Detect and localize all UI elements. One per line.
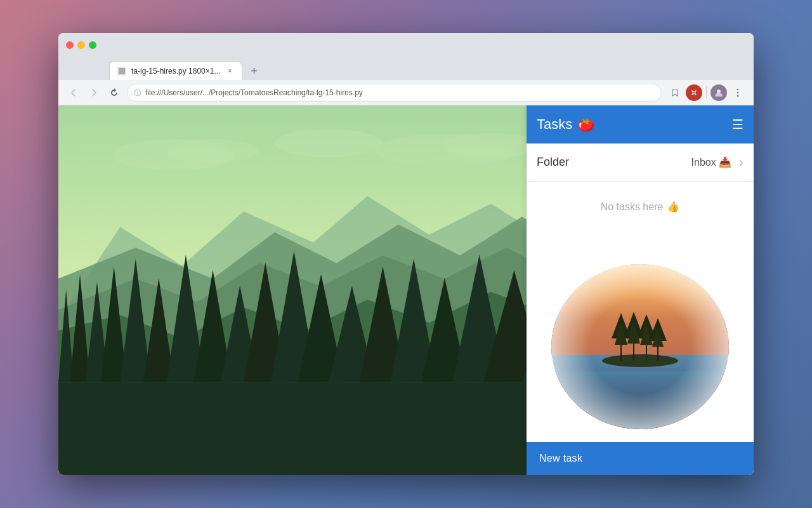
address-input[interactable]: file:///Users/user/.../Projects/Tomatoes… xyxy=(127,84,662,102)
active-tab[interactable]: ta-lg-15-hires.py 1800×1... × xyxy=(109,61,242,80)
url-text: file:///Users/user/.../Projects/Tomatoes… xyxy=(145,88,363,97)
no-tasks-message: No tasks here 👍 xyxy=(601,201,680,213)
inbox-icon: 📥 xyxy=(719,156,731,168)
forward-button[interactable] xyxy=(86,85,102,100)
tasks-header: Tasks 🍅 ☰ xyxy=(527,105,754,144)
new-tab-button[interactable]: + xyxy=(245,62,263,80)
new-task-label: New task xyxy=(539,453,582,464)
no-tasks-label: No tasks here xyxy=(601,201,664,213)
svg-point-7 xyxy=(737,91,738,93)
browser-actions xyxy=(667,84,746,101)
folder-label: Folder xyxy=(537,156,691,169)
tasks-menu-button[interactable]: ☰ xyxy=(732,117,743,132)
nature-image xyxy=(551,264,729,429)
minimize-button[interactable] xyxy=(77,41,85,49)
back-button[interactable] xyxy=(66,85,81,100)
profile-button[interactable] xyxy=(710,84,727,101)
svg-marker-15 xyxy=(70,274,90,382)
svg-point-8 xyxy=(737,95,738,96)
tab-label: ta-lg-15-hires.py 1800×1... xyxy=(131,67,220,76)
thumbs-up-icon: 👍 xyxy=(667,201,679,213)
folder-row[interactable]: Folder Inbox 📥 › xyxy=(527,144,754,182)
svg-point-4 xyxy=(693,91,695,94)
tasks-title: Tasks xyxy=(537,116,572,133)
bookmark-button[interactable] xyxy=(667,84,683,101)
folder-inbox[interactable]: Inbox 📥 xyxy=(691,156,731,168)
svg-rect-1 xyxy=(119,68,125,74)
tasks-tomato-icon: 🍅 xyxy=(577,116,594,133)
tasks-title-area: Tasks 🍅 xyxy=(537,116,594,133)
inbox-label: Inbox xyxy=(691,157,716,168)
browser-top-bar xyxy=(58,33,754,57)
webpage-content: Tasks 🍅 ☰ Folder Inbox 📥 › No tasks xyxy=(58,105,754,475)
tab-favicon xyxy=(117,67,126,76)
traffic-lights xyxy=(66,41,96,49)
svg-point-6 xyxy=(737,88,738,90)
address-bar: file:///Users/user/.../Projects/Tomatoes… xyxy=(58,80,754,105)
reload-button[interactable] xyxy=(107,85,122,100)
svg-point-40 xyxy=(275,130,383,157)
info-icon xyxy=(134,89,141,97)
tab-bar: ta-lg-15-hires.py 1800×1... × + xyxy=(58,57,754,80)
tab-close-button[interactable]: × xyxy=(225,67,234,76)
extension-icon[interactable] xyxy=(686,84,702,101)
chevron-right-icon: › xyxy=(739,154,743,171)
close-button[interactable] xyxy=(66,41,74,49)
tasks-body: No tasks here 👍 xyxy=(527,182,754,442)
menu-button[interactable] xyxy=(730,84,746,101)
divider xyxy=(706,86,707,99)
svg-point-39 xyxy=(166,139,259,163)
browser-window: ta-lg-15-hires.py 1800×1... × + file:///… xyxy=(58,33,754,475)
browser-chrome: ta-lg-15-hires.py 1800×1... × + xyxy=(58,33,754,80)
tasks-panel: Tasks 🍅 ☰ Folder Inbox 📥 › No tasks xyxy=(527,105,754,475)
nature-vignette xyxy=(551,264,729,429)
new-task-button[interactable]: New task xyxy=(527,442,754,475)
maximize-button[interactable] xyxy=(89,41,96,49)
